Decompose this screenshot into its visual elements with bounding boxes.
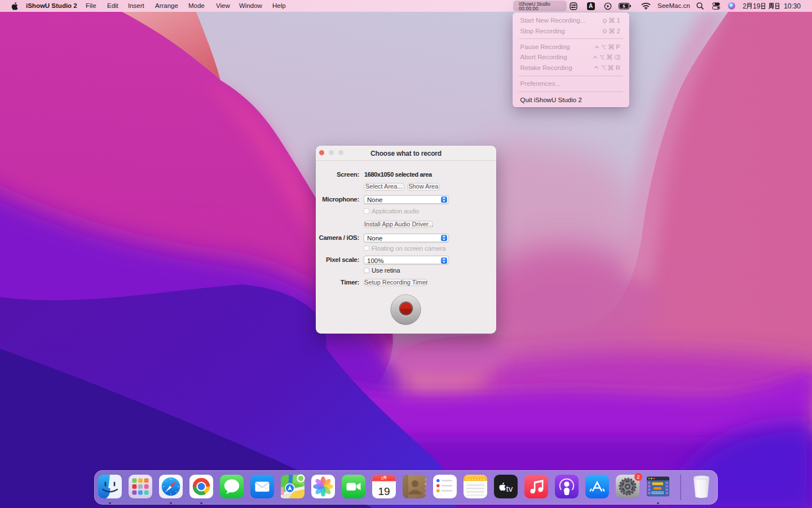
svg-text:tv: tv <box>506 484 513 493</box>
svg-text:19: 19 <box>378 485 390 497</box>
svg-text:10:30: 10:30 <box>784 2 801 10</box>
svg-text:2: 2 <box>743 2 747 10</box>
svg-text:2: 2 <box>381 476 383 480</box>
svg-text:2: 2 <box>637 474 639 480</box>
svg-text:19: 19 <box>753 2 761 10</box>
